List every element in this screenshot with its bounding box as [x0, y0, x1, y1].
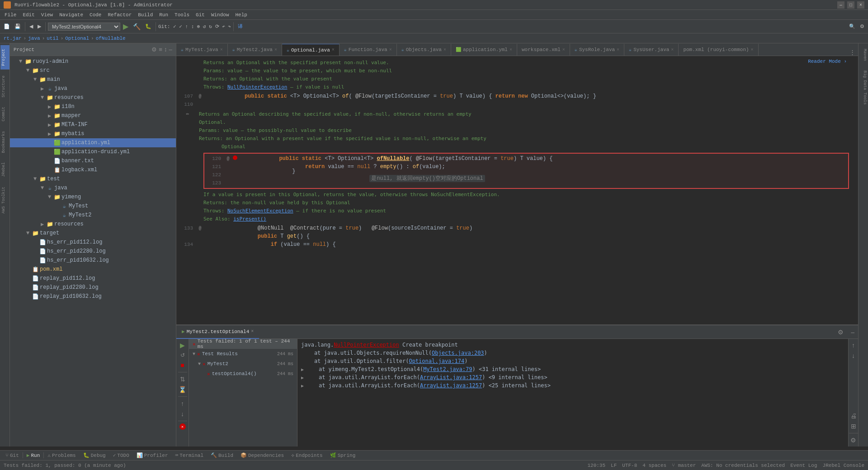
tree-item-i18n[interactable]: ▶ 📁 i18n [10, 102, 176, 111]
toolbar-problems[interactable]: ⚠ Problems [44, 452, 79, 458]
tab-objects[interactable]: ☕ Objects.java × [397, 44, 451, 56]
tab-overflow-button[interactable]: ⋮ [847, 49, 858, 56]
tree-item-mybatis[interactable]: ▶ 📁 mybatis [10, 129, 176, 138]
nav-rtjar[interactable]: rt.jar [4, 36, 22, 41]
tab-close-application-yml[interactable]: × [509, 47, 512, 52]
nav-util[interactable]: util [47, 36, 58, 41]
expand-5[interactable]: ▶ [301, 383, 304, 388]
menu-item-code[interactable]: Code [87, 11, 104, 19]
tree-item-replay-log1[interactable]: 📄 replay_pid112.log [10, 274, 176, 283]
run-button[interactable]: ▶ [121, 21, 130, 32]
tree-item-yimeng[interactable]: ▼ 📁 yimeng [10, 193, 176, 202]
arraylist-link-2[interactable]: ArrayList.java:1257 [420, 382, 482, 389]
run-tab-close[interactable]: × [251, 329, 254, 334]
tree-item-application-yml[interactable]: 🟩 application.yml [10, 138, 176, 147]
toolbar-endpoints[interactable]: ⟡ Endpoints [288, 453, 326, 458]
tree-item-log1[interactable]: 📄 hs_err_pid112.log [10, 238, 176, 247]
tree-item-resources-test[interactable]: ▶ 📁 resources [10, 220, 176, 229]
tab-close-sysrole[interactable]: × [617, 47, 619, 52]
nav-optional[interactable]: Optional [65, 36, 89, 41]
tree-item-log3[interactable]: 📄 hs_err_pid10632.log [10, 256, 176, 265]
toolbar-debug[interactable]: 🐛 Debug [80, 452, 109, 458]
tree-item-mapper[interactable]: ▶ 📁 mapper [10, 111, 176, 120]
menu-item-build[interactable]: Build [135, 11, 156, 19]
tab-commit[interactable]: Commit [0, 103, 9, 125]
tab-jrebel[interactable]: JRebel [0, 159, 9, 180]
menu-item-run[interactable]: Run [156, 11, 171, 19]
tree-item-log2[interactable]: 📄 hs_err_pid2280.log [10, 247, 176, 256]
breakpoint-120[interactable] [233, 155, 237, 160]
status-line-col[interactable]: 120:35 [587, 463, 605, 468]
tab-workspace-xml[interactable]: workspace.xml × [517, 44, 570, 56]
tree-item-application-druid-yml[interactable]: 🟩 application-druid.yml [10, 147, 176, 156]
tab-optional[interactable]: ☕ Optional.java × [282, 44, 340, 56]
right-tab-maven[interactable]: Maven [859, 45, 868, 65]
run-restart-button[interactable]: ▶ [179, 341, 186, 350]
tree-item-java-test[interactable]: ▼ ☕ java [10, 183, 176, 193]
tab-aws-toolkit[interactable]: AWS Toolkit [0, 183, 9, 217]
run-rerun-button[interactable]: ↺ [179, 351, 186, 359]
objects-link[interactable]: Objects.java:203 [432, 350, 484, 356]
tab-sysuser[interactable]: ☕ SysUser.java × [624, 44, 679, 56]
toolbar-todo[interactable]: ✓ TODO [109, 452, 133, 458]
tab-sysrole[interactable]: ☕ SysRole.java × [570, 44, 624, 56]
print-button[interactable]: 🖨 [849, 411, 858, 420]
toolbar-terminal[interactable]: ⌨ Terminal [172, 452, 207, 458]
scroll-up-button[interactable]: ↑ [851, 341, 856, 350]
tab-project[interactable]: Project [0, 45, 9, 70]
nullpointerexception-link[interactable]: NullPointerException [334, 342, 399, 348]
menu-item-navigate[interactable]: Navigate [57, 11, 86, 19]
test-item-testoptional4[interactable]: ✕ testOptional4() 244 ms [189, 369, 297, 379]
tab-structure[interactable]: Structure [0, 72, 9, 101]
tree-item-main[interactable]: ▼ 📁 main [10, 75, 176, 84]
menu-item-file[interactable]: File [2, 11, 19, 19]
menu-item-view[interactable]: View [38, 11, 56, 19]
menu-item-git[interactable]: Git [193, 11, 208, 19]
build-button[interactable]: 🔨 [131, 22, 142, 31]
status-indent[interactable]: 4 spaces [642, 463, 666, 468]
status-encoding[interactable]: UTF-8 [622, 463, 637, 468]
tab-mytest2[interactable]: ☕ MyTest2.java × [228, 44, 282, 56]
status-aws[interactable]: AWS: No credentials selected [701, 463, 785, 468]
optional-filter-link[interactable]: Optional.java:174 [409, 358, 464, 364]
test-expand-results[interactable]: ▼ [193, 352, 195, 357]
test-item-results[interactable]: ▼ ✕ Test Results 244 ms [189, 349, 297, 359]
tree-item-src[interactable]: ▼ 📁 src [10, 66, 176, 75]
status-event-log[interactable]: Event Log [790, 463, 817, 468]
right-tab-bigdata[interactable]: Big Data Tools [859, 67, 868, 108]
tab-close-mytest[interactable]: × [220, 47, 223, 52]
arraylist-link-1[interactable]: ArrayList.java:1257 [420, 374, 482, 381]
menu-item-edit[interactable]: Edit [20, 11, 37, 19]
tree-settings-button[interactable]: ⚙ [151, 46, 157, 53]
tree-item-mytest[interactable]: ☕ MyTest [10, 202, 176, 211]
toolbar-build[interactable]: 🔨 Build [207, 452, 237, 458]
tab-close-mytest2[interactable]: × [274, 47, 277, 52]
tab-bookmarks[interactable]: Bookmarks [0, 127, 9, 157]
tab-mytest[interactable]: ☕ MyTest.java × [176, 44, 228, 56]
toolbar-git[interactable]: ⑂ Git [2, 453, 23, 458]
filter-button[interactable]: ⚙ [849, 436, 857, 445]
tree-item-ruoyi-admin[interactable]: ▼ 📁 ruoyi-admin [10, 57, 176, 66]
mytest2-link[interactable]: MyTest2.java:79 [423, 366, 472, 372]
forward-button[interactable]: ▶ [36, 23, 43, 30]
tree-item-logback-xml[interactable]: 📋 logback.xml [10, 165, 176, 174]
tab-pom-xml-ruoyi[interactable]: pom.xml (ruoyi-common) × [679, 44, 758, 56]
tab-close-objects[interactable]: × [443, 47, 446, 52]
menu-item-tools[interactable]: Tools [172, 11, 192, 19]
settings-button[interactable]: ⚙ [858, 23, 866, 30]
run-prev-fail-button[interactable]: ↑ [180, 399, 185, 408]
tree-item-target[interactable]: ▼ 📁 target [10, 229, 176, 238]
debug-button[interactable]: 🐛 [143, 23, 153, 30]
tree-collapse-button[interactable]: – [169, 46, 172, 53]
tree-item-meta-inf[interactable]: ▶ 📁 META-INF [10, 120, 176, 129]
toolbar-profiler[interactable]: 📊 Profiler [133, 452, 172, 458]
status-jrebel-console[interactable]: JRebel Console [823, 463, 864, 468]
tab-close-pom-xml[interactable]: × [751, 47, 754, 52]
tab-close-sysuser[interactable]: × [671, 47, 674, 52]
run-config-dropdown[interactable]: MyTest2.testOptional4 [48, 23, 120, 31]
toolbar-dependencies[interactable]: 📦 Dependencies [237, 452, 288, 458]
tree-item-replay-log3[interactable]: 📄 replay_pid10632.log [10, 292, 176, 301]
expand-4[interactable]: ▶ [301, 375, 304, 380]
menu-item-window[interactable]: Window [208, 11, 232, 19]
run-sort-alpha-button[interactable]: ⇅ [179, 375, 186, 384]
